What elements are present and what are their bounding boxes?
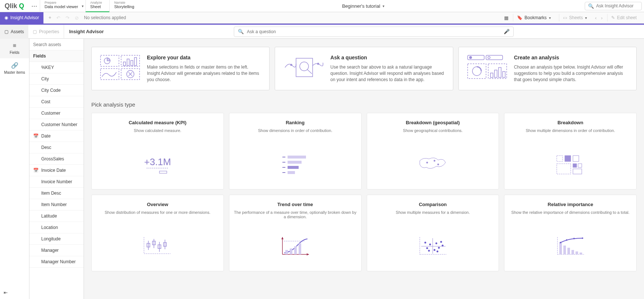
field-item[interactable]: 📅Date xyxy=(29,131,84,142)
section-title: Pick analysis type xyxy=(91,101,637,108)
svg-point-78 xyxy=(428,250,430,251)
chevron-down-icon[interactable]: ▾ xyxy=(383,4,384,8)
field-item[interactable]: Longitude xyxy=(29,233,84,245)
ask-insight-input[interactable] xyxy=(596,3,638,8)
analysis-card-pareto[interactable]: Relative importanceShow the relative imp… xyxy=(504,195,637,271)
svg-point-37 xyxy=(426,162,428,163)
asset-search-input[interactable] xyxy=(33,42,80,47)
assets-toggle[interactable]: ▢ Assets xyxy=(0,25,28,39)
field-item[interactable]: Customer xyxy=(29,108,84,119)
field-item[interactable]: Invoice Number xyxy=(29,176,84,188)
svg-rect-63 xyxy=(290,248,292,254)
question-search-box[interactable]: 🔍 🎤 xyxy=(234,27,514,37)
field-label: Item Number xyxy=(41,202,67,207)
field-label: Desc xyxy=(41,145,51,150)
edit-sheet-button[interactable]: ✎ Edit sheet xyxy=(607,14,640,21)
chevron-down-icon[interactable]: ▾ xyxy=(82,4,84,8)
collapse-panel-icon[interactable]: ⇤ xyxy=(0,286,29,299)
field-item[interactable]: Item Number xyxy=(29,199,84,211)
global-menu-icon[interactable]: ⋯ xyxy=(29,3,40,10)
svg-rect-24 xyxy=(499,67,501,77)
question-input[interactable] xyxy=(247,29,504,34)
svg-point-74 xyxy=(436,242,437,244)
prev-sheet-icon[interactable]: ‹ xyxy=(595,15,597,21)
svg-text:+3.1M: +3.1M xyxy=(144,156,171,167)
field-label: Customer Number xyxy=(41,122,77,127)
field-item[interactable]: Manager xyxy=(29,245,84,256)
microphone-icon[interactable]: 🎤 xyxy=(504,29,510,34)
bookmarks-button[interactable]: 🔖 Bookmarks ▾ xyxy=(513,14,555,21)
intro-desc: Choose an analysis type below. Insight A… xyxy=(514,64,628,83)
svg-point-73 xyxy=(434,249,436,251)
svg-point-14 xyxy=(317,63,319,65)
intro-illustration xyxy=(100,55,140,80)
field-item[interactable]: Desc xyxy=(29,142,84,153)
ask-insight-input-wrapper[interactable]: 🔍 xyxy=(585,2,642,10)
analysis-title: Relative importance xyxy=(509,202,632,207)
analysis-viz-icon xyxy=(234,232,357,260)
analysis-card-comparison[interactable]: ComparisonShow multiple measures for a d… xyxy=(367,195,499,271)
vstrip-master-items[interactable]: 🔗 Master items xyxy=(0,58,29,78)
intro-card: Ask a questionUse the search bar above t… xyxy=(275,47,453,90)
field-label: Customer xyxy=(41,111,60,116)
svg-rect-17 xyxy=(486,55,503,60)
step-forward-icon[interactable]: ↷ xyxy=(66,15,70,21)
intro-desc: Use the search bar above to ask a natura… xyxy=(330,64,444,83)
intro-title: Ask a question xyxy=(330,55,444,60)
field-item[interactable]: Latitude xyxy=(29,211,84,222)
insight-advisor-button[interactable]: ◉ Insight Advisor xyxy=(0,12,43,24)
nav-tab-data-model-viewer[interactable]: PrepareData model viewer▾ xyxy=(40,0,85,12)
svg-rect-22 xyxy=(490,73,493,77)
field-item[interactable]: Customer Number xyxy=(29,119,84,131)
svg-point-90 xyxy=(573,238,575,239)
svg-rect-42 xyxy=(573,156,579,161)
field-label: Item Desc xyxy=(41,191,61,196)
smart-search-icon[interactable]: ⌖ xyxy=(49,15,51,21)
field-item[interactable]: City Code xyxy=(29,85,84,96)
selections-tool-icon[interactable]: ▦ xyxy=(504,15,508,21)
svg-rect-19 xyxy=(468,64,486,79)
field-label: Date xyxy=(41,133,50,139)
field-label: City xyxy=(41,76,49,81)
svg-rect-44 xyxy=(573,164,577,167)
nav-tab-storytelling[interactable]: NarrateStorytelling xyxy=(109,0,141,12)
field-item[interactable]: Cost xyxy=(29,96,84,108)
svg-point-16 xyxy=(469,56,472,59)
analysis-card-ranking[interactable]: RankingShow dimensions in order of contr… xyxy=(229,113,362,190)
field-item[interactable]: Item Desc xyxy=(29,188,84,199)
analysis-card-trend[interactable]: Trend over timeThe performance of a meas… xyxy=(229,195,362,271)
field-item[interactable]: City xyxy=(29,73,84,85)
app-title[interactable]: Beginner's tutorial xyxy=(342,3,380,9)
analysis-viz-icon xyxy=(372,232,495,260)
field-item[interactable]: Location xyxy=(29,222,84,233)
vstrip-fields[interactable]: ≡ Fields xyxy=(0,39,29,58)
step-back-icon[interactable]: ↶ xyxy=(56,15,60,21)
bookmark-icon: 🔖 xyxy=(517,15,522,20)
analysis-desc: Show multiple measures for a dimension. xyxy=(372,210,495,221)
field-label: Cost xyxy=(41,99,50,104)
analysis-viz-icon xyxy=(509,232,632,260)
analysis-card-geo[interactable]: Breakdown (geospatial)Show geographical … xyxy=(367,113,499,190)
analysis-viz-icon: +3.1M xyxy=(96,150,219,178)
svg-rect-21 xyxy=(488,64,507,79)
analysis-card-breakdown[interactable]: BreakdownShow multiple dimensions in ord… xyxy=(504,113,637,190)
analysis-title: Breakdown xyxy=(509,120,632,125)
field-item[interactable]: 📅Invoice Date xyxy=(29,165,84,176)
nav-tab-sheet[interactable]: AnalyzeSheet xyxy=(85,0,109,12)
intro-title: Explore your data xyxy=(147,55,261,60)
properties-toggle[interactable]: ▢ Properties xyxy=(28,25,64,39)
analysis-card-kpi[interactable]: Calculated measure (KPI)Show calculated … xyxy=(91,113,224,190)
svg-rect-62 xyxy=(285,250,288,254)
svg-rect-40 xyxy=(557,156,563,161)
svg-rect-41 xyxy=(565,156,571,161)
field-item[interactable]: %KEY xyxy=(29,62,84,73)
analysis-card-overview[interactable]: OverviewShow distribution of measures fo… xyxy=(91,195,224,271)
logo[interactable]: Qlik Q xyxy=(0,2,29,10)
sheets-button[interactable]: ▭ Sheets ▾ xyxy=(559,14,591,21)
analysis-viz-icon xyxy=(372,150,495,178)
field-item[interactable]: Manager Number xyxy=(29,256,84,268)
next-sheet-icon[interactable]: › xyxy=(601,15,602,21)
clear-selections-icon[interactable]: ⊘ xyxy=(75,15,79,21)
field-label: Longitude xyxy=(41,236,61,241)
field-item[interactable]: GrossSales xyxy=(29,153,84,165)
